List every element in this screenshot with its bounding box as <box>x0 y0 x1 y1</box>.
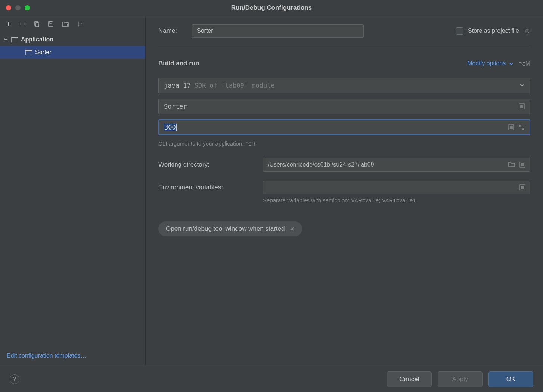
copy-config-button[interactable] <box>34 21 40 27</box>
sort-config-button[interactable] <box>77 21 83 27</box>
expand-icon[interactable] <box>519 124 525 130</box>
chevron-down-icon <box>519 84 525 87</box>
jdk-main-label: java 17 <box>164 82 191 89</box>
application-icon <box>11 37 18 42</box>
list-icon[interactable] <box>508 124 514 130</box>
option-chip[interactable]: Open run/debug tool window when started … <box>158 221 302 236</box>
env-vars-label: Environment variables: <box>158 184 263 191</box>
window-title: Run/Debug Configurations <box>6 4 537 12</box>
config-tree: Application Sorter <box>0 32 145 346</box>
store-as-project-label: Store as project file <box>468 28 519 34</box>
svg-rect-4 <box>11 37 18 38</box>
svg-point-7 <box>526 30 528 32</box>
dialog-footer: ? Cancel Apply OK <box>0 366 543 392</box>
svg-rect-1 <box>36 23 39 27</box>
sidebar: Application Sorter Edit configuration te… <box>0 16 146 366</box>
list-icon[interactable] <box>519 184 525 190</box>
minimize-window-button[interactable] <box>15 5 21 10</box>
maximize-window-button[interactable] <box>25 5 30 10</box>
jdk-sub-label: SDK of 'lab09' module <box>195 82 275 89</box>
folder-icon[interactable] <box>508 162 515 168</box>
name-label: Name: <box>158 27 184 35</box>
folder-config-button[interactable] <box>62 21 69 27</box>
chevron-down-icon <box>4 37 8 42</box>
apply-button[interactable]: Apply <box>438 371 483 387</box>
working-directory-value: /Users/conricode/cs61bl/su24-s27/lab09 <box>268 161 374 168</box>
tree-node-sorter[interactable]: Sorter <box>0 46 145 59</box>
program-arguments-value: 300 <box>164 124 176 131</box>
svg-rect-6 <box>25 50 32 51</box>
add-config-button[interactable] <box>5 21 11 27</box>
sidebar-toolbar <box>0 16 145 32</box>
edit-templates-link[interactable]: Edit configuration templates… <box>7 352 86 359</box>
tree-node-label: Application <box>21 36 53 43</box>
modify-options-link[interactable]: Modify options <box>467 60 513 67</box>
save-config-button[interactable] <box>48 21 54 27</box>
env-hint: Separate variables with semicolon: VAR=v… <box>263 197 530 203</box>
remove-chip-icon[interactable]: ✕ <box>290 225 295 233</box>
main-panel: Name: Store as project file Build and ru… <box>146 16 543 366</box>
list-icon[interactable] <box>519 103 525 109</box>
list-icon[interactable] <box>519 162 525 168</box>
ok-button[interactable]: OK <box>488 371 533 387</box>
tree-node-application[interactable]: Application <box>0 33 145 46</box>
close-window-button[interactable] <box>6 5 11 10</box>
env-vars-input[interactable] <box>263 181 530 194</box>
store-as-project-checkbox[interactable] <box>456 27 463 35</box>
modify-options-shortcut: ⌥M <box>519 60 530 67</box>
text-caret <box>176 124 177 131</box>
divider <box>158 46 530 46</box>
chevron-down-icon <box>509 62 513 66</box>
cli-hint: CLI arguments to your application. ⌥R <box>158 140 530 147</box>
jdk-selector[interactable]: java 17 SDK of 'lab09' module <box>158 78 530 93</box>
main-class-value: Sorter <box>164 103 187 110</box>
svg-rect-2 <box>50 22 52 23</box>
program-arguments-input[interactable]: 300 <box>158 119 530 135</box>
cancel-button[interactable]: Cancel <box>387 371 432 387</box>
remove-config-button[interactable] <box>19 21 25 27</box>
titlebar: Run/Debug Configurations <box>0 0 543 16</box>
build-run-section-title: Build and run <box>158 60 199 67</box>
working-directory-input[interactable]: /Users/conricode/cs61bl/su24-s27/lab09 <box>263 158 530 172</box>
option-chip-label: Open run/debug tool window when started <box>166 225 285 233</box>
main-class-input[interactable]: Sorter <box>158 99 530 114</box>
window-controls <box>6 5 30 10</box>
gear-icon[interactable] <box>524 28 530 34</box>
working-directory-label: Working directory: <box>158 161 263 168</box>
help-button[interactable]: ? <box>10 374 19 384</box>
name-input[interactable] <box>192 24 364 38</box>
application-icon <box>25 50 32 55</box>
tree-node-label: Sorter <box>35 49 52 56</box>
